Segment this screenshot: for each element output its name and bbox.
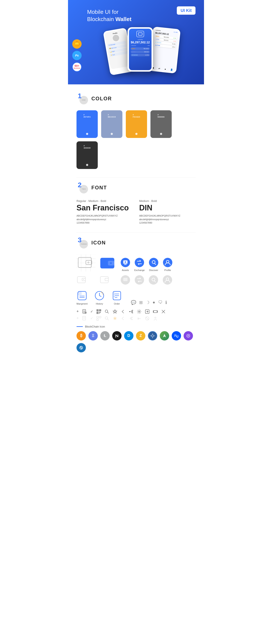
- util-icons-row-faded: + ✓: [76, 316, 196, 321]
- waves-icon: [172, 331, 181, 340]
- svg-point-62: [132, 310, 133, 311]
- din-numbers: 1234567890: [139, 222, 196, 224]
- svg-point-23: [83, 279, 84, 280]
- sf-weights: Regular · Medium · Bold: [76, 199, 133, 202]
- moon-icon: ☽: [146, 300, 150, 305]
- util-icons-row-1: + ✓: [76, 309, 196, 314]
- din-weights: Medium · Bold: [139, 199, 196, 202]
- font-section: 2 TWO FONT Regular · Medium · Bold San F…: [76, 182, 196, 224]
- svg-rect-27: [123, 278, 128, 281]
- order-label: Order: [114, 302, 120, 305]
- svg-rect-24: [100, 276, 108, 283]
- wallet-icon-outline: [76, 254, 96, 272]
- color-swatches: #3574FA #8DA0C8 #F5A623 #666666 #303030: [76, 110, 196, 169]
- chat-icon: 🗨: [158, 300, 162, 305]
- color-gray: #666666: [150, 110, 172, 138]
- din-name: DIN: [139, 204, 196, 212]
- svg-point-64: [129, 311, 130, 312]
- document-icon: [82, 309, 87, 314]
- check-icon: ✓: [90, 310, 93, 314]
- phone-mockup-2: myWallet $6,297,502.12 ↑ Received ↓ Sent…: [128, 27, 153, 72]
- wallet-icon-filled: [100, 256, 116, 272]
- color-section-header: 1 ONE COLOR: [76, 93, 196, 104]
- qr-icon: [96, 309, 101, 314]
- ui-kit-badge: UI Kit: [177, 6, 196, 15]
- assets-label: Assets: [122, 269, 129, 272]
- svg-rect-57: [97, 312, 98, 313]
- share-icon: [129, 309, 134, 314]
- font-section-header: 2 TWO FONT: [76, 182, 196, 194]
- bitcoin-icon: ₿: [76, 331, 86, 340]
- icon-history: History: [94, 290, 105, 305]
- svg-rect-73: [97, 316, 98, 318]
- speech-icon: 💬: [131, 300, 136, 305]
- font-san-francisco: Regular · Medium · Bold San Francisco AB…: [76, 199, 133, 224]
- svg-point-15: [125, 262, 126, 263]
- star-icon: [112, 309, 117, 314]
- main-content: 1 ONE COLOR #3574FA #8DA0C8 #F5A623: [68, 84, 204, 367]
- color-dark: #303030: [76, 141, 98, 169]
- profile-label: Profile: [164, 269, 171, 272]
- blockchain-section: BlockChain Icon ₿ Ξ Ł D Z: [76, 325, 196, 352]
- history-label: History: [96, 302, 103, 305]
- font-grid: Regular · Medium · Bold San Francisco AB…: [76, 199, 196, 224]
- circle-icon: ●: [152, 300, 155, 305]
- din-lower: abcdefghijklmnopqrstuvwxyz: [139, 218, 196, 222]
- ark-icon: [160, 331, 169, 340]
- sf-lower: abcdefghijklmnopqrstuvwxyz: [76, 218, 133, 222]
- blockchain-label: BlockChain Icon: [85, 325, 105, 328]
- plus-icon: +: [76, 309, 79, 314]
- blockchain-icons: ₿ Ξ Ł D Z: [76, 331, 196, 352]
- zcash-icon: Z: [136, 331, 145, 340]
- color-section: 1 ONE COLOR #3574FA #8DA0C8 #F5A623: [76, 93, 196, 169]
- svg-point-31: [163, 275, 172, 284]
- dash-icon: D: [124, 331, 134, 340]
- neo-icon: [112, 331, 122, 340]
- svg-point-28: [135, 275, 144, 284]
- ui-kit-badge-area: UI Kit: [138, 8, 198, 15]
- litecoin-icon: Ł: [100, 331, 110, 340]
- icon-section-header: 3 THREE ICON: [76, 237, 196, 248]
- blockchain-line: [76, 326, 83, 327]
- photoshop-badge: Ps: [72, 51, 82, 60]
- svg-rect-34: [78, 292, 82, 295]
- din-upper: ABCDEFGHIJKLMNOPQRSTUVWXYZ: [139, 214, 196, 218]
- svg-point-65: [138, 311, 140, 312]
- section-number-2: 2 TWO: [76, 182, 88, 194]
- icon-profile: Profile: [162, 258, 173, 272]
- svg-point-63: [132, 312, 133, 313]
- close-icon: [161, 309, 166, 314]
- svg-point-79: [155, 317, 156, 318]
- svg-rect-74: [99, 316, 101, 318]
- discover-label: Discover: [149, 269, 158, 272]
- svg-rect-55: [97, 310, 98, 311]
- stack-icon: ⊞: [139, 300, 143, 305]
- icon-discover: Discover: [148, 258, 159, 272]
- resize-icon: [153, 309, 158, 314]
- svg-rect-25: [105, 278, 108, 281]
- hero-title: Mobile UI for Blockchain Wallet: [87, 8, 134, 23]
- screens-badge: 60+ Screens: [72, 62, 82, 72]
- upload-icon: [145, 309, 150, 314]
- svg-point-19: [163, 258, 172, 267]
- svg-point-16: [135, 258, 144, 267]
- font-din: Medium · Bold DIN ABCDEFGHIJKLMNOPQRSTUV…: [139, 199, 196, 224]
- hero-section: Ps 60+ Screens Mobile UI for Blockchain …: [68, 0, 204, 84]
- mgmt-icon-row: Mangment History: [76, 290, 196, 305]
- settings-icon: [137, 309, 142, 314]
- icon-title: ICON: [92, 240, 106, 246]
- divider-1: [76, 178, 196, 178]
- sketch-badge: [72, 39, 82, 49]
- svg-rect-56: [100, 310, 100, 311]
- icon-order: Order: [111, 290, 122, 305]
- phone-mockup-3: myWallet 12-298 $6,297,502.12 ₿ BTC 788-…: [148, 26, 180, 73]
- section-number-1: 1 ONE: [76, 93, 88, 104]
- svg-point-11: [110, 262, 112, 264]
- svg-rect-59: [100, 312, 101, 313]
- info-icon: ℹ: [165, 300, 167, 305]
- main-icon-row-faded: [76, 275, 196, 285]
- svg-rect-75: [97, 319, 98, 320]
- section-number-3: 3 THREE: [76, 237, 88, 248]
- icon-section: 3 THREE ICON: [76, 237, 196, 352]
- chevron-left-icon: [121, 309, 126, 314]
